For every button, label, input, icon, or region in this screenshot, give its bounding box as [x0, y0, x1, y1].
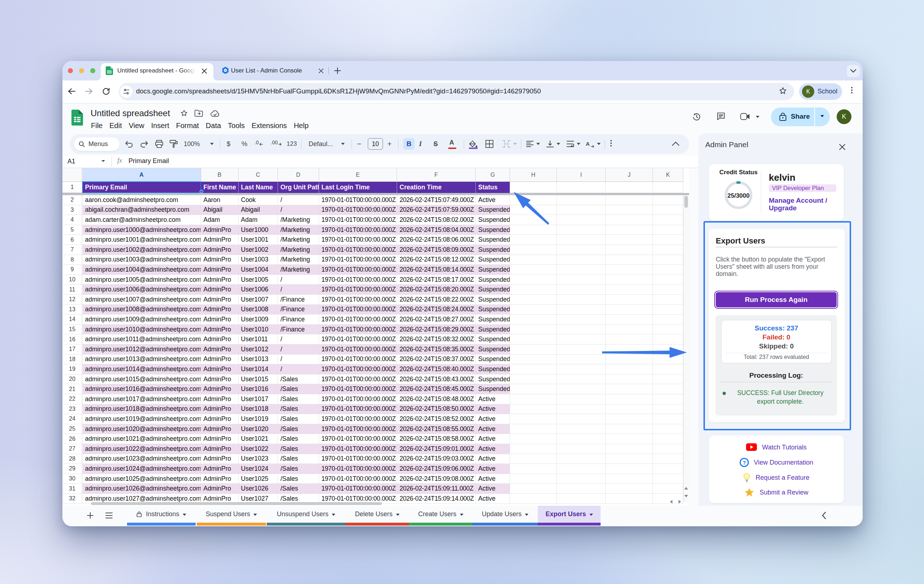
svg-text:A: A [586, 141, 590, 147]
svg-text:?: ? [742, 459, 746, 466]
svg-text:.00: .00 [271, 140, 278, 145]
svg-text:.0: .0 [254, 140, 259, 145]
